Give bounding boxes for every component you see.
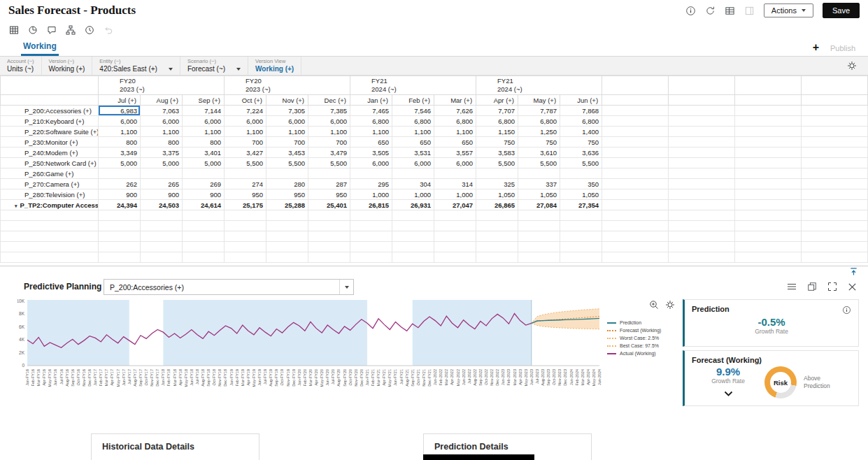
grid-cell[interactable] [392,252,434,263]
grid-cell[interactable] [308,252,350,263]
grid-cell[interactable] [602,168,669,179]
grid-cell[interactable] [669,168,735,179]
grid-cell[interactable]: 5,500 [266,158,308,168]
grid-cell[interactable]: 3,349 [99,148,141,158]
grid-cell[interactable]: 1,100 [392,127,434,137]
grid-cell[interactable] [802,252,868,263]
grid-cell[interactable] [141,242,183,252]
grid-cell[interactable]: 6,000 [350,158,392,168]
grid-cell[interactable]: 1,100 [266,127,308,137]
grid-cell[interactable]: 6,800 [476,116,518,127]
column-header[interactable]: Feb (+) [392,95,434,106]
collapse-chart-icon[interactable] [849,267,858,276]
grid-cell[interactable] [560,168,602,179]
grid-cell[interactable] [602,127,669,137]
grid-cell[interactable]: 6,800 [518,116,560,127]
grid-cell[interactable] [669,252,735,263]
grid-cell[interactable]: 7,063 [141,106,183,116]
grid-cell[interactable] [99,252,141,263]
grid-cell[interactable]: 7,465 [350,106,392,116]
grid-cell[interactable]: 7,144 [183,106,225,116]
grid-cell[interactable]: 6,000 [141,116,183,127]
grid-cell[interactable]: 1,000 [434,189,476,200]
grid-cell[interactable] [802,231,868,242]
grid-cell[interactable]: 350 [560,179,602,189]
grid-cell[interactable]: 5,500 [308,158,350,168]
pie-chart-icon[interactable] [28,25,38,35]
save-button[interactable]: Save [823,3,860,18]
grid-cell[interactable]: 7,305 [266,106,308,116]
grid-cell[interactable] [560,210,602,221]
row-member-label[interactable]: P_210:Keyboard (+) [1,116,99,127]
grid-cell[interactable] [266,231,308,242]
expand-icon[interactable] [827,282,837,292]
column-group-header[interactable]: FY212024 (~) [476,76,602,95]
grid-cell[interactable]: 274 [225,179,266,189]
grid-cell[interactable] [735,106,802,116]
grid-cell[interactable]: 950 [225,189,266,200]
grid-cell[interactable] [669,106,735,116]
grid-cell[interactable]: 5,000 [99,158,141,168]
grid-cell[interactable] [392,231,434,242]
grid-cell[interactable]: 800 [141,137,183,148]
grid-cell[interactable] [669,221,735,231]
grid-cell[interactable] [308,168,350,179]
column-header[interactable]: Jul (+) [99,95,141,106]
column-header[interactable]: May (+) [518,95,560,106]
info-icon[interactable] [685,6,696,16]
grid-cell[interactable] [669,148,735,158]
grid-cell[interactable]: 3,610 [518,148,560,158]
grid-cell[interactable]: 287 [308,179,350,189]
grid-cell[interactable] [518,168,560,179]
grid-cell[interactable] [518,231,560,242]
grid-cell[interactable] [602,221,669,231]
grid-cell[interactable] [735,189,802,200]
row-member-label[interactable]: P_230:Monitor (+) [1,137,99,148]
grid-cell[interactable] [802,179,868,189]
historical-data-details-panel[interactable]: Historical Data Details [91,433,259,460]
add-tab-button[interactable]: + [813,41,819,54]
column-header[interactable]: Sep (+) [183,95,225,106]
grid-cell[interactable]: 3,427 [225,148,266,158]
grid-cell[interactable]: 325 [476,179,518,189]
grid-cell[interactable]: 262 [99,179,141,189]
pov-item-account[interactable]: Account (~)Units (~) [0,57,42,75]
grid-cell[interactable]: 5,500 [518,158,560,168]
grid-cell[interactable] [602,189,669,200]
grid-cell[interactable]: 900 [183,189,225,200]
copy-icon[interactable] [807,282,817,292]
close-icon[interactable] [848,282,857,292]
grid-cell[interactable]: 26,931 [392,200,434,210]
grid-cell[interactable]: 5,000 [183,158,225,168]
grid-cell[interactable] [392,221,434,231]
row-member-label[interactable]: P_220:Software Suite (+) [1,127,99,137]
grid-cell[interactable] [518,221,560,231]
grid-cell[interactable]: 337 [518,179,560,189]
grid-cell[interactable] [602,200,669,210]
grid-cell[interactable] [99,231,141,242]
comment-icon[interactable] [47,25,57,35]
grid-cell[interactable] [392,168,434,179]
grid-cell[interactable] [225,231,266,242]
grid-cell[interactable]: 269 [183,179,225,189]
grid-cell[interactable]: 1,250 [518,127,560,137]
grid-cell[interactable]: 6,000 [183,116,225,127]
grid-cell[interactable] [735,252,802,263]
grid-cell[interactable]: 7,385 [308,106,350,116]
grid-cell[interactable] [602,210,669,221]
grid-cell[interactable] [735,148,802,158]
grid-cell[interactable] [735,127,802,137]
grid-cell[interactable] [735,231,802,242]
grid-cell[interactable] [669,189,735,200]
grid-cell[interactable] [560,252,602,263]
hierarchy-icon[interactable] [66,25,76,35]
grid-cell[interactable]: 24,614 [183,200,225,210]
grid-cell[interactable] [434,231,476,242]
grid-cell[interactable] [392,210,434,221]
grid-cell[interactable]: 1,050 [518,189,560,200]
grid-cell[interactable] [602,179,669,189]
grid-cell[interactable] [350,210,392,221]
grid-cell[interactable]: 800 [183,137,225,148]
column-group-header[interactable]: FY202023 (~) [225,76,350,95]
grid-cell[interactable] [308,242,350,252]
